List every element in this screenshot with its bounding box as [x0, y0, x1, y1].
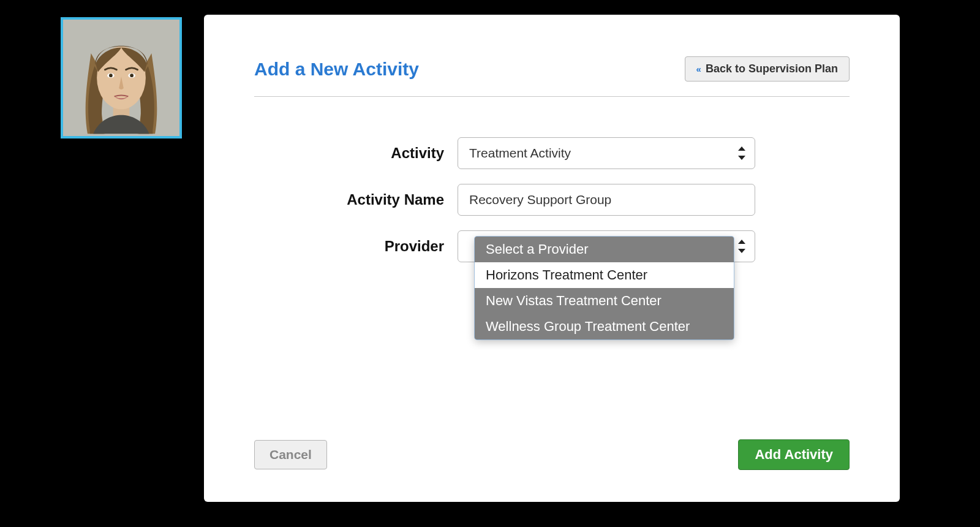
add-activity-button[interactable]: Add Activity: [738, 439, 850, 470]
cancel-button[interactable]: Cancel: [254, 440, 327, 469]
activity-select-value: Treatment Activity: [469, 146, 571, 161]
provider-option[interactable]: New Vistas Treatment Center: [475, 288, 734, 314]
avatar: [61, 17, 182, 138]
back-button-label: Back to Supervision Plan: [706, 63, 838, 75]
activity-select[interactable]: Treatment Activity: [458, 137, 755, 169]
activity-name-input[interactable]: Recovery Support Group: [458, 184, 755, 216]
activity-form: Activity Treatment Activity Activity Nam…: [254, 137, 850, 262]
svg-point-6: [130, 74, 134, 77]
provider-label: Provider: [254, 238, 458, 255]
provider-dropdown: Select a Provider Horizons Treatment Cen…: [475, 237, 734, 339]
back-to-supervision-plan-button[interactable]: « Back to Supervision Plan: [685, 56, 850, 82]
panel-header: Add a New Activity « Back to Supervision…: [254, 56, 850, 97]
provider-option[interactable]: Horizons Treatment Center: [475, 262, 734, 288]
svg-point-5: [109, 74, 113, 77]
activity-name-label: Activity Name: [254, 191, 458, 208]
activity-form-panel: Add a New Activity « Back to Supervision…: [204, 15, 900, 502]
page-title: Add a New Activity: [254, 59, 419, 80]
chevron-left-double-icon: «: [696, 64, 699, 74]
activity-name-value: Recovery Support Group: [469, 192, 611, 207]
provider-option[interactable]: Select a Provider: [475, 237, 734, 262]
provider-option[interactable]: Wellness Group Treatment Center: [475, 314, 734, 339]
activity-label: Activity: [254, 145, 458, 162]
panel-footer: Cancel Add Activity: [254, 439, 850, 470]
